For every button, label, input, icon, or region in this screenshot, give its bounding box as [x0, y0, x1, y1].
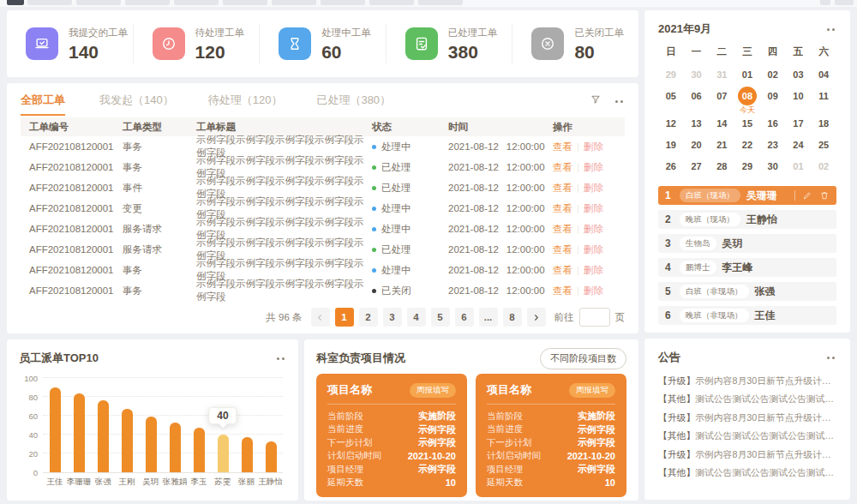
- schedule-item[interactable]: 2晚班（现场）王静怡: [658, 210, 836, 229]
- page-ellipsis[interactable]: ...: [479, 308, 498, 327]
- calendar-day[interactable]: 18: [811, 114, 836, 135]
- next-page-button[interactable]: [527, 308, 546, 327]
- more-icon[interactable]: [614, 97, 625, 106]
- calendar-day[interactable]: 26: [658, 157, 684, 178]
- calendar-day[interactable]: 02: [760, 65, 786, 87]
- calendar-day[interactable]: 22: [734, 135, 760, 157]
- view-link[interactable]: 查看: [553, 141, 572, 152]
- browser-control[interactable]: [835, 0, 854, 5]
- schedule-item[interactable]: 6晚班（非现场）王佳: [658, 306, 836, 325]
- calendar-day[interactable]: 03: [786, 65, 812, 87]
- calendar-day[interactable]: 30: [684, 65, 710, 87]
- stage-count-button[interactable]: 不同阶段项目数: [540, 348, 626, 369]
- goto-page-input[interactable]: [579, 308, 610, 327]
- browser-tab[interactable]: [76, 0, 121, 5]
- bar-吴玥[interactable]: [146, 417, 157, 472]
- delete-link[interactable]: 删除: [584, 162, 603, 172]
- calendar-day[interactable]: 02: [811, 157, 836, 178]
- announcement-item[interactable]: 【升级】示例内容8月30日新节点升级计划通知: [658, 409, 836, 428]
- view-link[interactable]: 查看: [553, 183, 572, 193]
- more-icon[interactable]: [825, 25, 836, 34]
- bar-苏雯[interactable]: [218, 435, 229, 472]
- page-button-3[interactable]: 3: [383, 308, 402, 327]
- calendar-day[interactable]: 16: [760, 114, 786, 135]
- calendar-day[interactable]: 25: [811, 135, 836, 157]
- view-link[interactable]: 查看: [553, 162, 572, 172]
- browser-tab[interactable]: [125, 0, 170, 5]
- calendar-day[interactable]: 01: [734, 65, 760, 87]
- bar-王刚[interactable]: [122, 409, 133, 472]
- calendar-day[interactable]: 13: [684, 114, 710, 135]
- calendar-day[interactable]: 29: [658, 65, 684, 87]
- edit-icon[interactable]: [802, 190, 812, 201]
- calendar-day[interactable]: 15: [734, 114, 760, 135]
- browser-tab[interactable]: [223, 0, 267, 5]
- more-icon[interactable]: [825, 353, 836, 363]
- browser-tab[interactable]: [27, 0, 72, 5]
- announcement-item[interactable]: 【升级】示例内容8月30日新节点升级计划通知: [658, 372, 836, 391]
- delete-link[interactable]: 删除: [584, 183, 603, 193]
- page-button-2[interactable]: 2: [359, 308, 378, 327]
- bar-张丽[interactable]: [242, 437, 253, 472]
- calendar-day[interactable]: 04: [811, 65, 836, 87]
- browser-control[interactable]: [820, 0, 830, 5]
- browser-tab[interactable]: [174, 0, 219, 5]
- calendar-day[interactable]: 24: [786, 135, 812, 157]
- tab-workorders-2[interactable]: 待处理（120）: [208, 93, 283, 116]
- calendar-day[interactable]: 10: [786, 87, 812, 114]
- project-card[interactable]: 项目名称周报填写当前阶段实施阶段当前进度示例字段下一步计划示例字段计划启动时间2…: [476, 374, 626, 497]
- weekly-report-badge[interactable]: 周报填写: [569, 383, 615, 398]
- browser-tab[interactable]: [369, 0, 414, 5]
- announcement-item[interactable]: 【其他】测试公告测试公告测试公告测试公告测试公告: [658, 391, 836, 410]
- calendar-day-today[interactable]: 08今天: [734, 87, 760, 114]
- delete-link[interactable]: 删除: [584, 244, 603, 255]
- browser-tab[interactable]: [7, 0, 24, 5]
- project-card[interactable]: 项目名称周报填写当前阶段实施阶段当前进度示例字段下一步计划示例字段计划启动时间2…: [316, 374, 467, 497]
- announcement-item[interactable]: 【其他】测试公告测试公告测试公告测试公告测试公告: [658, 465, 836, 483]
- browser-tab[interactable]: [321, 0, 365, 5]
- bar-李珊珊[interactable]: [74, 393, 85, 472]
- calendar-day[interactable]: 11: [811, 87, 836, 114]
- browser-tab[interactable]: [418, 0, 463, 5]
- weekly-report-badge[interactable]: 周报填写: [410, 383, 456, 398]
- page-button-4[interactable]: 4: [407, 308, 426, 327]
- delete-link[interactable]: 删除: [584, 141, 603, 152]
- calendar-day[interactable]: 19: [658, 135, 684, 157]
- calendar-day[interactable]: 21: [709, 135, 734, 157]
- view-link[interactable]: 查看: [553, 203, 572, 213]
- calendar-day[interactable]: 07: [709, 87, 734, 114]
- calendar-day[interactable]: 31: [709, 65, 734, 87]
- view-link[interactable]: 查看: [553, 285, 572, 296]
- calendar-day[interactable]: 23: [760, 135, 786, 157]
- schedule-item[interactable]: 1白班（现场）吴珊珊: [658, 186, 836, 205]
- view-link[interactable]: 查看: [553, 244, 572, 255]
- calendar-day[interactable]: 09: [760, 87, 786, 114]
- delete-icon[interactable]: [819, 190, 830, 201]
- bar-张雅娟[interactable]: [170, 423, 181, 472]
- filter-icon[interactable]: [590, 93, 602, 109]
- prev-page-button[interactable]: [311, 308, 330, 327]
- view-link[interactable]: 查看: [553, 265, 572, 275]
- calendar-day[interactable]: 01: [786, 157, 812, 178]
- calendar-day[interactable]: 14: [709, 114, 734, 135]
- view-link[interactable]: 查看: [553, 224, 572, 234]
- schedule-item[interactable]: 3生物岛吴玥: [658, 234, 836, 253]
- tab-workorders-3[interactable]: 已处理（380）: [316, 93, 391, 116]
- schedule-item[interactable]: 4鹏博士李王峰: [658, 258, 836, 277]
- calendar-day[interactable]: 27: [684, 157, 710, 178]
- delete-link[interactable]: 删除: [584, 265, 603, 275]
- calendar-day[interactable]: 30: [760, 157, 786, 178]
- calendar-day[interactable]: 20: [684, 135, 710, 157]
- bar-李玉[interactable]: [194, 428, 205, 472]
- browser-tab[interactable]: [272, 0, 316, 5]
- page-button-5[interactable]: 5: [431, 308, 450, 327]
- calendar-day[interactable]: 17: [786, 114, 812, 135]
- calendar-day[interactable]: 12: [658, 114, 684, 135]
- bar-王静怡[interactable]: [266, 441, 277, 472]
- page-button-1[interactable]: 1: [335, 308, 354, 327]
- calendar-day[interactable]: 28: [709, 157, 734, 178]
- page-button-8[interactable]: 8: [503, 308, 522, 327]
- announcement-item[interactable]: 【升级】示例内容8月30日新节点升级计划通知: [658, 446, 836, 465]
- more-icon[interactable]: [275, 354, 286, 363]
- tab-workorders-0[interactable]: 全部工单: [21, 93, 65, 116]
